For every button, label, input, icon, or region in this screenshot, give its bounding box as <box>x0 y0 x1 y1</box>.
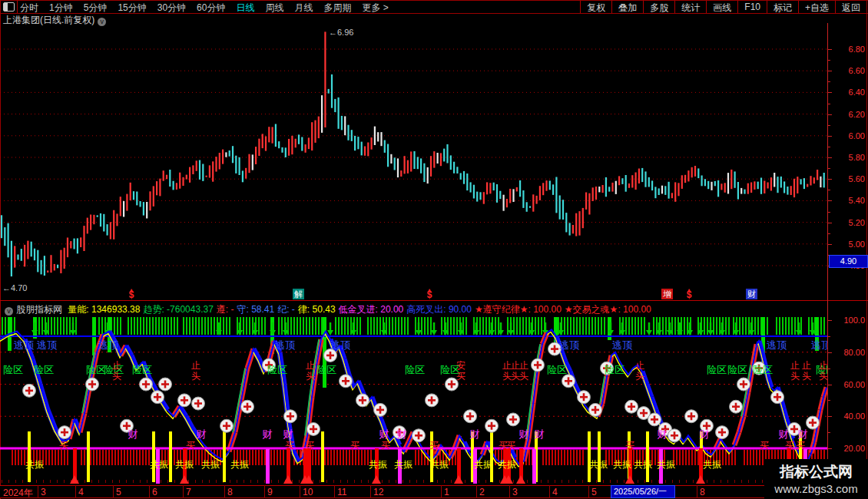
toolbar-period-1[interactable]: 1分钟 <box>49 2 73 15</box>
candle <box>21 249 22 261</box>
candle <box>295 139 297 148</box>
low-price-annotation: ←4.70 <box>2 283 27 292</box>
candle <box>252 154 253 170</box>
dollar-signal-icon: ▲$ <box>684 287 694 298</box>
candle <box>588 193 590 215</box>
time-axis-separator <box>697 485 697 498</box>
candle <box>347 125 349 140</box>
candle <box>496 184 498 203</box>
candle <box>189 167 190 183</box>
toolbar-period-3[interactable]: 15分钟 <box>118 2 146 15</box>
svg-text:头: 头 <box>112 371 121 382</box>
candle <box>575 213 577 236</box>
oscillator-axis-label: 40.00 <box>831 411 865 421</box>
dollar-signal-icon: ▲$ <box>425 287 434 298</box>
candlestick-chart[interactable] <box>0 23 827 286</box>
toolbar-button-3[interactable]: 统计 <box>674 1 706 13</box>
toolbar-button-5[interactable]: F10 <box>737 1 767 13</box>
candle <box>526 202 528 212</box>
candle <box>394 157 396 170</box>
toolbar-period-6[interactable]: 日线 <box>236 2 254 15</box>
svg-text:共振: 共振 <box>201 459 220 470</box>
price-axis-label: 5.80 <box>831 153 865 162</box>
candle <box>192 165 194 174</box>
magenta-bar <box>532 449 536 484</box>
candle <box>288 139 290 156</box>
svg-text:止: 止 <box>790 360 800 371</box>
svg-text:险区: 险区 <box>605 364 624 375</box>
candle <box>476 192 478 202</box>
red-tall-bar <box>287 448 290 481</box>
watermark-site-name: 指标公式网 <box>764 462 868 482</box>
layout-icon-box[interactable] <box>0 1 18 13</box>
toolbar-period-8[interactable]: 月线 <box>294 2 313 15</box>
time-axis-separator <box>149 485 150 498</box>
candle <box>797 177 798 193</box>
red-triangle-icon <box>696 475 705 484</box>
oscillator-panel[interactable]: 逃顶逃顶逃顶逃顶逃顶逃顶逃顶逃顶逃顶险区险区险区险区险区险区险区险区险区险区险区… <box>0 316 827 484</box>
indicator-field-3: 守: 58.41 <box>237 304 274 315</box>
price-axis-label: 5.00 <box>831 240 865 249</box>
candle <box>400 170 402 177</box>
indicator-name[interactable]: 股朋指标网 <box>16 304 62 315</box>
candle <box>641 168 643 182</box>
candle <box>440 153 442 166</box>
toolbar-period-10[interactable]: 更多 > <box>362 2 388 15</box>
svg-text:买: 买 <box>350 440 359 451</box>
svg-text:买: 买 <box>59 440 68 451</box>
toolbar-period-0[interactable]: 分时 <box>20 2 38 15</box>
candle <box>159 179 161 197</box>
svg-text:买: 买 <box>285 440 294 451</box>
candle <box>740 188 742 194</box>
candle <box>691 167 693 178</box>
oscillator-axis-minor-tick <box>828 352 830 353</box>
candle <box>611 183 613 192</box>
toolbar-period-7[interactable]: 周线 <box>265 2 283 15</box>
toolbar-period-5[interactable]: 60分钟 <box>197 2 225 15</box>
time-axis[interactable]: 2025/05/26/一 2024年3456789101112123458 <box>0 485 868 498</box>
candle <box>311 122 313 150</box>
chevron-down-icon[interactable]: v <box>5 307 13 316</box>
candle <box>578 211 580 236</box>
candle <box>364 147 366 156</box>
candle <box>767 183 769 189</box>
candle <box>784 181 785 193</box>
price-axis-label: 6.60 <box>831 66 865 75</box>
time-axis-month: 3 <box>41 487 46 497</box>
toolbar-buttons: 复权叠加多股统计画线F10标记+自选返回 <box>580 1 866 13</box>
candle <box>410 151 412 171</box>
svg-text:财: 财 <box>379 428 389 440</box>
toolbar-button-8[interactable]: 返回 <box>835 1 866 13</box>
toolbar-period-4[interactable]: 30分钟 <box>157 2 186 15</box>
candle <box>671 193 673 198</box>
toolbar-button-2[interactable]: 多股 <box>643 1 674 13</box>
time-axis-month: 3 <box>512 487 518 497</box>
down-arrow-icon <box>646 330 652 335</box>
candle <box>136 192 137 206</box>
candle <box>774 173 775 187</box>
toolbar-period-9[interactable]: 多周期 <box>323 2 351 15</box>
candle <box>420 158 422 173</box>
oscillator-axis-label: 20.00 <box>831 444 865 453</box>
oscillator-axis-minor-tick <box>828 320 830 321</box>
candle <box>341 116 343 131</box>
candle <box>357 137 359 149</box>
toolbar-button-4[interactable]: 画线 <box>706 1 737 13</box>
svg-text:共振: 共振 <box>150 459 168 470</box>
candle <box>493 183 495 190</box>
yellow-bar <box>28 431 31 482</box>
toolbar-button-0[interactable]: 复权 <box>580 1 611 13</box>
candle <box>661 186 663 194</box>
toolbar-button-7[interactable]: +自选 <box>798 1 835 13</box>
candle <box>37 250 38 273</box>
toolbar-period-2[interactable]: 5分钟 <box>84 2 108 15</box>
price-axis-minor-tick <box>828 233 830 234</box>
time-axis-month: 4 <box>552 487 558 497</box>
indicator-field-8: ★遵守纪律★: 100.00 <box>475 304 562 315</box>
toolbar-button-6[interactable]: 标记 <box>767 1 798 13</box>
svg-text:财: 财 <box>263 428 273 440</box>
candle <box>298 134 300 144</box>
toolbar-button-1[interactable]: 叠加 <box>611 1 643 13</box>
time-axis-separator <box>75 485 76 498</box>
candle <box>116 213 118 226</box>
